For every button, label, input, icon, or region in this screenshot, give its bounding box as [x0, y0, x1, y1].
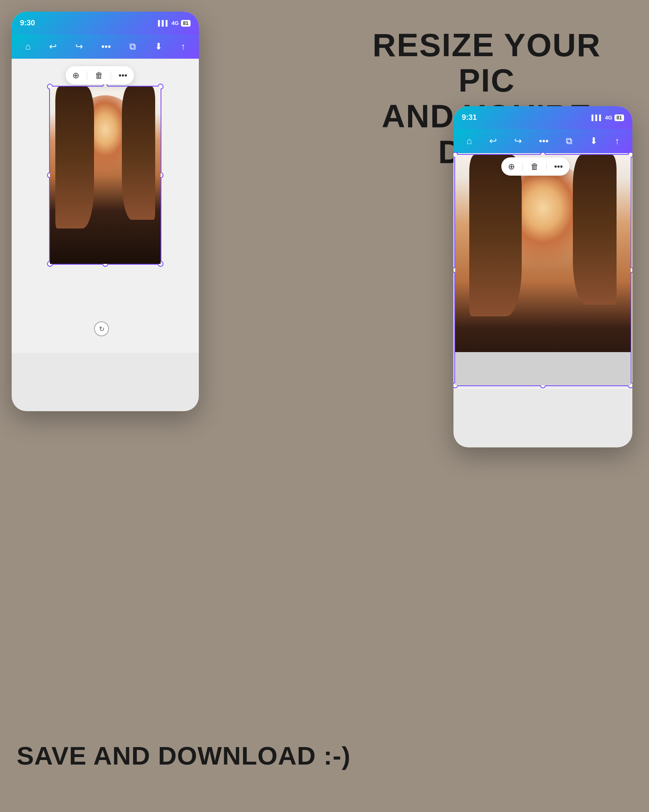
network-type-left: 4G	[171, 20, 178, 26]
signal-icon-left: ▌▌▌	[158, 20, 170, 26]
app-toolbar-left: ⌂ ↩ ↪ ••• ⧉ ⬇ ↑	[12, 35, 199, 59]
signal-icon-right: ▌▌▌	[592, 114, 603, 121]
bottom-cta-text: Save And Download :-)	[17, 741, 351, 770]
more-icon-right[interactable]: •••	[536, 132, 552, 150]
network-type-right: 4G	[605, 114, 612, 121]
status-icons-right: ▌▌▌ 4G 81	[592, 114, 624, 121]
divider-1-left	[87, 71, 87, 79]
download-icon-left[interactable]: ⬇	[151, 38, 166, 55]
status-bar-left: 9:30 ▌▌▌ 4G 81	[12, 12, 199, 35]
home-icon-left[interactable]: ⌂	[22, 38, 34, 55]
context-menu-right: ⊕ 🗑 •••	[501, 157, 570, 176]
share-icon-right[interactable]: ↑	[612, 132, 623, 150]
hair-left-r	[469, 155, 522, 316]
hair-left	[55, 87, 94, 228]
hair-right-r	[573, 155, 617, 305]
redo-icon-left[interactable]: ↪	[72, 38, 86, 55]
status-bar-right: 9:31 ▌▌▌ 4G 81	[453, 106, 632, 129]
context-trash-icon-left[interactable]: 🗑	[95, 71, 103, 80]
redo-icon-right[interactable]: ↪	[511, 132, 525, 150]
download-icon-right[interactable]: ⬇	[587, 132, 601, 150]
hair-right	[122, 87, 155, 220]
selection-frame-right	[454, 154, 632, 386]
copy-icon-left[interactable]: ⧉	[126, 38, 139, 55]
rotate-handle-left[interactable]: ↻	[94, 321, 109, 336]
canvas-right: ⊕ 🗑 •••	[453, 153, 632, 389]
divider-1-right	[523, 162, 523, 171]
context-trash-icon-right[interactable]: 🗑	[530, 162, 539, 171]
battery-left: 81	[181, 20, 191, 27]
context-copy-icon-left[interactable]: ⊕	[72, 70, 79, 80]
selection-frame-left	[49, 86, 161, 265]
divider-2-left	[111, 71, 111, 79]
battery-right: 81	[614, 114, 624, 121]
portrait-container-right	[455, 155, 631, 385]
context-more-icon-left[interactable]: •••	[119, 71, 127, 80]
undo-icon-left[interactable]: ↩	[46, 38, 60, 55]
status-icons-left: ▌▌▌ 4G 81	[158, 20, 191, 27]
context-more-icon-right[interactable]: •••	[554, 162, 563, 171]
undo-icon-right[interactable]: ↩	[486, 132, 500, 150]
more-icon-left[interactable]: •••	[98, 38, 114, 55]
context-menu-left: ⊕ 🗑 •••	[66, 66, 134, 84]
bottom-strip-r	[455, 352, 631, 385]
time-right: 9:31	[462, 113, 477, 122]
share-icon-left[interactable]: ↑	[178, 38, 189, 55]
phone-right: 9:31 ▌▌▌ 4G 81 ⌂ ↩ ↪ ••• ⧉ ⬇ ↑ ⊕ 🗑 •••	[453, 106, 632, 447]
time-left: 9:30	[20, 19, 35, 27]
app-toolbar-right: ⌂ ↩ ↪ ••• ⧉ ⬇ ↑	[453, 129, 632, 153]
phone-left: 9:30 ▌▌▌ 4G 81 ⌂ ↩ ↪ ••• ⧉ ⬇ ↑ ⊕ 🗑 •••	[12, 12, 199, 411]
portrait-container-left	[50, 87, 161, 264]
context-copy-icon-right[interactable]: ⊕	[508, 161, 515, 171]
canvas-left: ⊕ 🗑 •••	[12, 59, 199, 353]
home-icon-right[interactable]: ⌂	[463, 132, 475, 150]
divider-2-right	[546, 162, 547, 171]
copy-icon-right[interactable]: ⧉	[562, 132, 576, 150]
